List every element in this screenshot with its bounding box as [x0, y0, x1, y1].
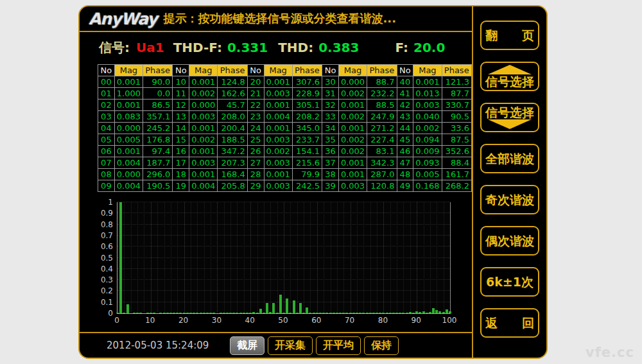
harmonic-bar: [153, 313, 155, 313]
harmonic-bar: [386, 313, 388, 313]
harmonic-mag: 0.002: [264, 146, 292, 157]
gridline-v: [204, 202, 205, 313]
button-label: 奇次谐波: [485, 193, 534, 207]
harmonic-mag: 0.003: [264, 88, 292, 100]
harmonic-no: 39: [322, 180, 339, 192]
harmonic-bar: [133, 313, 135, 313]
harmonic-no: 47: [397, 157, 413, 169]
harmonic-phase: 227.4: [367, 134, 397, 146]
harmonic-no: 23: [247, 111, 264, 123]
harmonic-bar: [333, 313, 335, 313]
harmonic-mag: 0.001: [264, 123, 292, 134]
y-axis-tick: 0.7: [91, 231, 113, 240]
arrow-up-icon: [488, 65, 532, 74]
harmonic-no: 19: [173, 180, 189, 192]
col-header-phase: Phase: [292, 65, 322, 76]
harmonic-phase: 88.5: [367, 100, 397, 111]
harmonic-bar: [139, 313, 142, 313]
harmonic-bar: [442, 312, 445, 313]
col-header-mag: Mag: [264, 65, 292, 76]
harmonic-mag: 0.001: [189, 169, 218, 180]
gridline-v: [164, 202, 165, 313]
gridline-v: [383, 202, 384, 313]
main-content-area: AnyWay 提示：按功能键选择信号源或分类查看谐波... 信号: Ua1 TH…: [80, 6, 473, 358]
harmonic-no: 18: [173, 169, 189, 180]
harmonic-phase: 188.5: [218, 134, 247, 146]
col-header-mag: Mag: [114, 65, 143, 76]
harmonic-bar: [299, 303, 302, 313]
gridline-v: [191, 202, 191, 313]
harmonic-no: 37: [322, 157, 339, 169]
harmonic-phase: 330.7: [442, 100, 472, 111]
odd-harmonics-button[interactable]: 奇次谐波: [480, 185, 539, 214]
harmonic-bar: [399, 313, 401, 313]
harmonic-mag: 0.001: [413, 76, 442, 88]
harmonic-bar: [246, 313, 248, 313]
harmonic-mag: 0.009: [413, 146, 442, 157]
harmonic-bar: [150, 313, 152, 313]
button-label: 6k±1次: [486, 275, 534, 289]
harmonic-phase: 0.0: [143, 88, 173, 100]
col-header-phase: Phase: [442, 65, 472, 76]
harmonic-phase: 90.5: [442, 111, 472, 123]
harmonic-phase: 247.9: [367, 111, 397, 123]
harmonic-bar: [272, 303, 275, 313]
harmonic-phase: 161.7: [442, 169, 472, 180]
button-label: 信号选择: [485, 75, 534, 89]
harmonic-bar: [276, 313, 279, 313]
signal-summary-row: 信号: Ua1 THD-F: 0.331 THD: 0.383 F: 20.0: [99, 35, 468, 60]
harmonic-no: 48: [397, 169, 413, 180]
harmonic-bar: [339, 313, 342, 313]
table-row: 000.00190.0100.001124.8200.001307.6300.0…: [98, 76, 472, 88]
harmonic-phase: 232.2: [367, 88, 397, 100]
harmonic-phase: 45.7: [218, 100, 247, 111]
harmonic-phase: 271.2: [367, 123, 397, 134]
harmonic-no: 41: [397, 88, 413, 100]
gridline-v: [410, 202, 411, 313]
harmonic-bar: [316, 313, 318, 313]
harmonic-no: 36: [322, 146, 339, 157]
harmonic-bar: [193, 313, 195, 313]
gridline-v: [144, 202, 144, 313]
col-header-phase: Phase: [143, 65, 173, 76]
col-header-mag: Mag: [189, 65, 218, 76]
harmonic-mag: 0.001: [338, 123, 367, 134]
screenshot-button[interactable]: 截屏: [230, 336, 265, 355]
hold-button[interactable]: 保持: [364, 336, 399, 355]
start-acquire-button[interactable]: 开采集: [268, 336, 313, 355]
harmonic-phase: 200.4: [218, 123, 247, 134]
harmonic-bar: [409, 312, 412, 313]
col-header-mag: Mag: [413, 65, 442, 76]
harmonic-mag: 0.168: [413, 180, 442, 192]
harmonic-no: 35: [322, 134, 339, 146]
harmonic-no: 02: [98, 100, 115, 111]
harmonic-bar: [395, 313, 398, 313]
harmonic-mag: 0.003: [264, 157, 292, 169]
table-row: 050.005176.8150.002188.5250.003233.7350.…: [98, 134, 472, 146]
harmonic-bar: [279, 295, 282, 313]
table-row: 060.00197.4160.001347.2260.002154.1360.0…: [98, 146, 472, 157]
gridline-v: [424, 202, 424, 313]
harmonic-bar: [119, 202, 122, 313]
even-harmonics-button[interactable]: 偶次谐波: [480, 226, 539, 256]
start-average-button[interactable]: 开平均: [316, 336, 361, 355]
signal-select-down-button[interactable]: 信号选择: [480, 103, 539, 132]
x-axis-tick: 80: [370, 316, 395, 325]
table-row: 020.00186.5120.00045.7220.001305.1320.00…: [98, 100, 472, 111]
harmonic-no: 22: [247, 100, 264, 111]
x-axis-tick: 60: [304, 316, 329, 325]
x-axis-tick: 90: [403, 316, 429, 325]
6k-plus-minus-1-button[interactable]: 6k±1次: [480, 267, 539, 297]
harmonic-bar: [173, 313, 175, 313]
all-harmonics-button[interactable]: 全部谐波: [480, 144, 539, 173]
harmonic-phase: 88.7: [367, 76, 397, 88]
harmonic-no: 06: [98, 146, 115, 157]
table-row: 011.0000.0110.002162.6210.003228.9310.00…: [98, 88, 472, 100]
harmonic-phase: 79.9: [292, 169, 322, 180]
gridline-v: [310, 202, 311, 313]
gridline-v: [264, 202, 265, 313]
harmonic-bar: [366, 313, 369, 313]
page-turn-button[interactable]: 翻 页: [480, 21, 539, 50]
signal-select-up-button[interactable]: 信号选择: [480, 62, 539, 91]
return-button[interactable]: 返 回: [480, 308, 539, 338]
